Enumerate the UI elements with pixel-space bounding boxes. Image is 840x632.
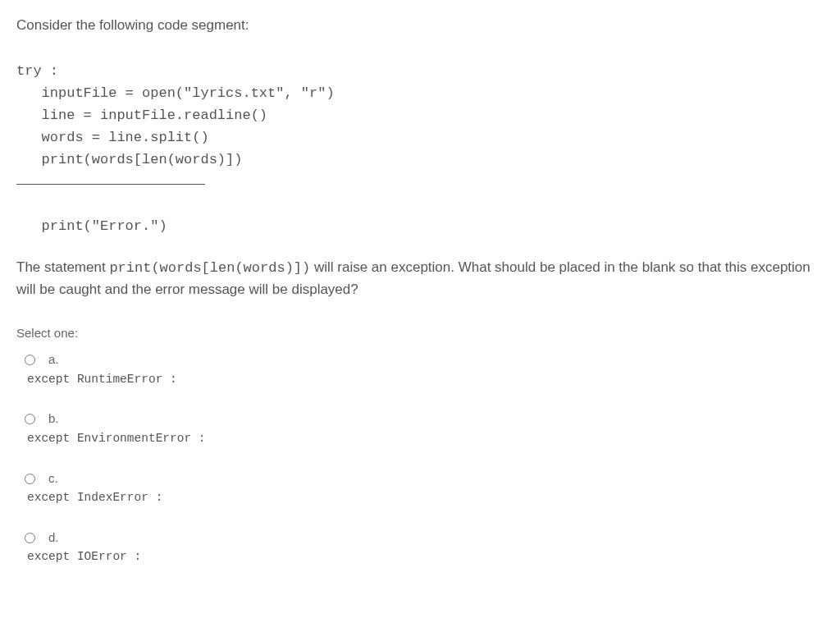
option-c[interactable]: c. except IndexError :	[25, 469, 824, 507]
radio-b[interactable]	[25, 414, 35, 424]
option-d[interactable]: d. except IOError :	[25, 529, 824, 566]
option-letter-a: a.	[48, 350, 177, 369]
radio-d[interactable]	[25, 533, 35, 543]
code-line-5: print(words[len(words)])	[16, 152, 242, 167]
option-code-a: except RuntimeError :	[27, 371, 177, 389]
option-b[interactable]: b. except EnvironmentError :	[25, 410, 824, 447]
option-code-c: except IndexError :	[27, 489, 162, 507]
option-letter-b: b.	[48, 410, 206, 428]
radio-c[interactable]	[25, 474, 35, 484]
intro-text: Consider the following code segment:	[16, 15, 824, 36]
code-line-2: inputFile = open("lyrics.txt", "r")	[16, 85, 335, 101]
code-line-1: try :	[16, 63, 58, 79]
option-letter-d: d.	[48, 529, 141, 547]
option-code-b: except EnvironmentError :	[27, 430, 206, 448]
radio-a[interactable]	[25, 355, 35, 365]
code-segment-after-blank: print("Error.")	[16, 193, 824, 237]
fill-in-blank	[16, 175, 205, 185]
option-a[interactable]: a. except RuntimeError :	[25, 350, 824, 388]
option-letter-c: c.	[48, 469, 162, 488]
option-code-d: except IOError :	[27, 548, 141, 566]
code-line-6: print("Error.")	[16, 218, 167, 234]
code-line-3: line = inputFile.readline()	[16, 108, 267, 123]
question-code-inline: print(words[len(words)])	[109, 260, 310, 276]
code-segment: try : inputFile = open("lyrics.txt", "r"…	[16, 38, 824, 172]
options-list: a. except RuntimeError : b. except Envir…	[16, 350, 824, 566]
question-pre: The statement	[16, 259, 109, 275]
code-line-4: words = line.split()	[16, 130, 209, 145]
select-one-label: Select one:	[16, 324, 824, 343]
question-text: The statement print(words[len(words)]) w…	[16, 257, 824, 301]
